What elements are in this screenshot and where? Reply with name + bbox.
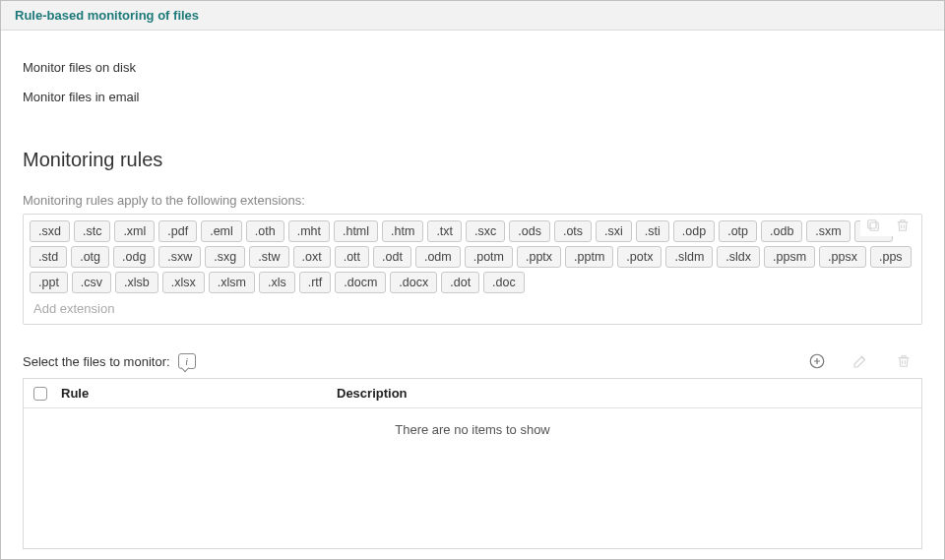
extension-tag[interactable]: .odm (415, 246, 461, 268)
column-header-description[interactable]: Description (337, 386, 912, 401)
extension-tag[interactable]: .xls (259, 272, 295, 293)
extension-tag[interactable]: .xlsb (115, 272, 158, 293)
extensions-hint: Monitoring rules apply to the following … (23, 193, 922, 208)
extension-tag[interactable]: .sxd (30, 220, 70, 242)
files-row: Select the files to monitor: i (23, 352, 922, 370)
extension-tag[interactable]: .odp (673, 220, 715, 242)
toggle-label-disk: Monitor files on disk (23, 60, 156, 75)
extension-tag[interactable]: .odb (761, 220, 802, 242)
extension-tag[interactable]: .ppsm (764, 246, 815, 268)
extension-tag[interactable]: .html (334, 220, 378, 242)
extension-tag[interactable]: .odg (113, 246, 155, 268)
table-header: Rule Description (24, 379, 921, 408)
extension-tag[interactable]: .otp (719, 220, 757, 242)
extension-tag[interactable]: .odt (373, 246, 411, 268)
extension-tag[interactable]: .ods (509, 220, 550, 242)
extension-tag[interactable]: .oth (246, 220, 284, 242)
extension-tag[interactable]: .sldx (717, 246, 760, 268)
extension-tag[interactable]: .docm (335, 272, 386, 293)
extension-tag[interactable]: .xlsm (209, 272, 255, 293)
extension-tag[interactable]: .sxg (205, 246, 245, 268)
extension-tag[interactable]: .xlsx (162, 272, 205, 293)
rule-monitoring-panel: Rule-based monitoring of files Monitor f… (0, 0, 945, 560)
extension-tag[interactable]: .mht (288, 220, 330, 242)
add-rule-button[interactable] (808, 352, 826, 370)
extension-tag[interactable]: .pdf (158, 220, 197, 242)
extension-tag[interactable]: .dot (441, 272, 479, 293)
extension-tag[interactable]: .ppt (30, 272, 68, 293)
extension-tag[interactable]: .pptx (517, 246, 561, 268)
table-empty-message: There are no items to show (24, 408, 921, 548)
extension-tag[interactable]: .docx (390, 272, 437, 293)
extension-tag[interactable]: .eml (201, 220, 242, 242)
extension-tag[interactable]: .csv (72, 272, 111, 293)
extension-tags: .sxd.stc.xml.pdf.eml.oth.mht.html.htm.tx… (30, 220, 915, 293)
extensions-toolbar (860, 215, 915, 236)
extension-tag[interactable]: .txt (427, 220, 462, 242)
extension-tag[interactable]: .sldm (665, 246, 713, 268)
extension-tag[interactable]: .ott (335, 246, 369, 268)
extension-tag[interactable]: .stw (249, 246, 288, 268)
section-title-rules: Monitoring rules (23, 149, 922, 171)
toggle-label-email: Monitor files in email (23, 90, 159, 104)
edit-rule-button (851, 352, 869, 370)
extension-tag[interactable]: .ppsx (819, 246, 866, 268)
extension-tag[interactable]: .htm (382, 220, 423, 242)
extension-tag[interactable]: .rtf (299, 272, 332, 293)
extension-tag[interactable]: .sxi (596, 220, 632, 242)
extension-tag[interactable]: .ots (554, 220, 592, 242)
panel-title: Rule-based monitoring of files (1, 1, 944, 31)
extension-tag[interactable]: .sxc (466, 220, 505, 242)
rules-table: Rule Description There are no items to s… (23, 378, 922, 549)
panel-body: Monitor files on disk i Monitor files in… (1, 31, 944, 559)
extension-tag[interactable]: .sti (636, 220, 669, 242)
extension-tag[interactable]: .otg (71, 246, 109, 268)
extension-tag[interactable]: .sxm (806, 220, 850, 242)
extension-tag[interactable]: .stc (74, 220, 110, 242)
trash-icon (894, 217, 912, 234)
extension-tag[interactable]: .xml (114, 220, 155, 242)
add-extension-input[interactable] (30, 293, 915, 322)
extension-tag[interactable]: .doc (483, 272, 525, 293)
select-all-checkbox[interactable] (33, 387, 47, 401)
extension-tag[interactable]: .potx (617, 246, 662, 268)
extension-tag[interactable]: .std (30, 246, 67, 268)
svg-rect-0 (870, 222, 878, 230)
files-label: Select the files to monitor: (23, 354, 170, 369)
column-header-rule[interactable]: Rule (61, 386, 337, 401)
extension-tag[interactable]: .sxw (158, 246, 201, 268)
extension-tag[interactable]: .potm (465, 246, 513, 268)
delete-rule-button (895, 352, 913, 370)
extensions-box: .sxd.stc.xml.pdf.eml.oth.mht.html.htm.tx… (23, 214, 922, 325)
extension-tag[interactable]: .pptm (565, 246, 613, 268)
extension-tag[interactable]: .oxt (293, 246, 331, 268)
info-icon[interactable]: i (178, 353, 196, 369)
copy-icon (864, 217, 882, 234)
toggle-row-email: Monitor files in email i (23, 86, 922, 107)
svg-rect-1 (868, 220, 876, 228)
toggle-row-disk: Monitor files on disk i (23, 56, 922, 78)
extension-tag[interactable]: .pps (870, 246, 912, 268)
